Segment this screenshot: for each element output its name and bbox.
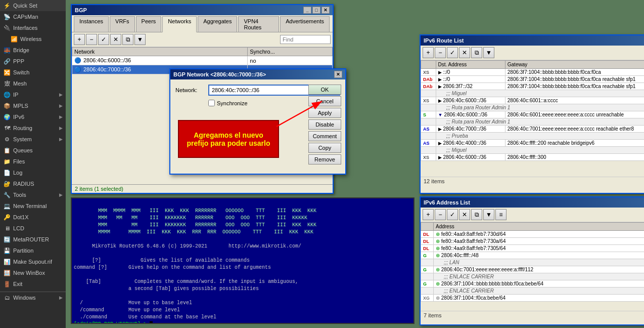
add-button[interactable]: + [74, 34, 85, 45]
sidebar-item-ppp[interactable]: 🔗 PPP [0, 56, 66, 67]
ipv6-filter-button[interactable]: ▼ [483, 47, 494, 58]
addr-titlebar[interactable]: IPv6 Address List _ □ ✕ [421, 197, 644, 208]
addr-remove-button[interactable]: − [435, 209, 446, 220]
dialog-buttons: OK Cancel Apply Disable Comment Copy Rem… [308, 85, 341, 165]
sidebar-item-dot1x[interactable]: 🔑 Dot1X [0, 212, 66, 223]
table-row[interactable]: XS ▶2806:40c:6000::/36 2806:40c:6001::a:… [421, 97, 645, 104]
table-row[interactable]: DL ⊕ fe80::4aa9:8aff:feb7:730d/64 [421, 231, 645, 238]
sidebar-item-wireless[interactable]: 📶 Wireless [0, 33, 66, 45]
disable-button[interactable]: Disable [308, 119, 341, 130]
sidebar-item-log[interactable]: 📄 Log [0, 167, 66, 178]
ipv6-disable-button[interactable]: ✕ [459, 47, 470, 58]
table-row[interactable]: DL ⊕ fe80::4aa9:8aff:feb7:730a/64 [421, 238, 645, 245]
dst-cell: ▶2806:40c:7000::/36 [436, 126, 505, 133]
bgp-maximize-button[interactable]: □ [312, 7, 320, 14]
addr-copy-button[interactable]: ⧉ [471, 209, 482, 220]
sidebar-item-lcd[interactable]: 🖥 LCD [0, 223, 66, 234]
addr-cell: ⊕ 2806:3f7:1004::bbbb:bbbb:bbbb:f0ca:beb… [434, 280, 645, 288]
addr-extra-button[interactable]: ≡ [495, 209, 507, 220]
apply-button[interactable]: Apply [308, 108, 341, 118]
remove-button[interactable]: Remove [308, 154, 341, 165]
sidebar-item-mesh[interactable]: 🕸 Mesh [0, 78, 66, 89]
ipv6-title: IPv6 Route List [424, 37, 464, 44]
tab-vpn4routes[interactable]: VPN4 Routes [238, 16, 279, 32]
table-row[interactable]: S ▼2806:40c:6000::/36 2806:40c:6001:eeee… [421, 111, 645, 118]
disable-button[interactable]: ✕ [110, 34, 121, 45]
tab-vrfs[interactable]: VRFs [110, 16, 135, 32]
sidebar-item-quick-set[interactable]: ⚡ Quick Set [0, 0, 66, 11]
addr-icon: ⊕ [436, 245, 440, 251]
sidebar-item-new-winbox[interactable]: 🪟 New WinBox [0, 267, 66, 278]
sidebar-item-metarouter[interactable]: 🔄 MetaROUTER [0, 234, 66, 245]
copy-button[interactable]: ⧉ [122, 34, 133, 45]
addr-add-button[interactable]: + [423, 209, 434, 220]
sidebar-item-queues[interactable]: 📋 Queues [0, 145, 66, 156]
table-row[interactable]: XS ▶::/0 2806:3f7:1004::bbbb:bbbb:bbbb:f… [421, 69, 645, 76]
sidebar-item-new-terminal[interactable]: 💻 New Terminal [0, 200, 66, 212]
table-row[interactable]: AS ▶2806:40c:7000::/36 2806:40c:7001:eee… [421, 126, 645, 133]
sidebar-item-exit[interactable]: 🚪 Exit [0, 278, 66, 290]
table-row[interactable]: XS ▶2806:40c:6000::/36 2806:40c:ffff::30… [421, 154, 645, 161]
tab-instances[interactable]: Instances [74, 16, 109, 32]
sidebar-item-routing[interactable]: 🗺 Routing ▶ [0, 122, 66, 134]
table-row[interactable]: XG ⊕ 2806:3f7:1004::f0ca:bebe/64 [421, 295, 645, 302]
bgp-minimize-button[interactable]: _ [303, 7, 311, 14]
gw-cell: 2806:3f7:1004::bbbb:bbbb:bbbb:f0ca:f0ca … [505, 83, 644, 90]
ipv6-copy-button[interactable]: ⧉ [471, 47, 482, 58]
addr-filter-button[interactable]: ▼ [483, 209, 494, 220]
tab-networks[interactable]: Networks [162, 16, 197, 32]
ipv6-remove-button[interactable]: − [435, 47, 446, 58]
sidebar-item-tools[interactable]: 🔧 Tools ▶ [0, 189, 66, 200]
table-row[interactable]: G ⊕ 2806:40c:7001:eeee:eeee:eeee:a:ffff/… [421, 266, 645, 273]
tab-peers[interactable]: Peers [136, 16, 162, 32]
ipv6-add-button[interactable]: + [423, 47, 434, 58]
sidebar-item-partition[interactable]: 💾 Partition [0, 245, 66, 256]
addr-disable-button[interactable]: ✕ [459, 209, 470, 220]
copy-button[interactable]: Copy [308, 143, 341, 153]
addr-icon: ⊕ [436, 238, 440, 244]
filter-button[interactable]: ▼ [134, 34, 146, 45]
sidebar-item-bridge[interactable]: 🌉 Bridge [0, 45, 66, 56]
terminal[interactable]: MMM MMMM MMM III KKK KKK RRRRRRR OOOOOO … [71, 197, 415, 324]
bgp-close-button[interactable]: ✕ [321, 7, 330, 14]
bgp-titlebar[interactable]: BGP _ □ ✕ [72, 5, 333, 15]
table-row[interactable]: DL ⊕ fe80::4aa9:8aff:feb7:7305/64 [421, 245, 645, 252]
radius-icon: 🔐 [3, 180, 11, 188]
table-row[interactable]: G ⊕ 2806:40c:ffff::/48 [421, 252, 645, 259]
dialog-close-button[interactable]: ✕ [334, 71, 342, 78]
bgp-find-input[interactable] [280, 35, 331, 44]
cancel-button[interactable]: Cancel [308, 96, 341, 106]
ipv6-icon: 🌍 [3, 113, 11, 121]
sidebar-item-mpls[interactable]: 📦 MPLS ▶ [0, 100, 66, 111]
sidebar-item-label: MPLS [13, 103, 28, 109]
synchronize-checkbox[interactable] [208, 100, 215, 106]
flag-cell: AS [423, 141, 430, 146]
sidebar-item-files[interactable]: 📁 Files [0, 156, 66, 167]
sidebar-item-windows[interactable]: 🗂 Windows ▶ [0, 292, 66, 303]
dialog-titlebar[interactable]: BGP Network <2806:40c:7000::/36> ✕ [170, 69, 345, 79]
addr-enable-button[interactable]: ✓ [447, 209, 458, 220]
remove-button[interactable]: − [86, 34, 97, 45]
sidebar-item-radius[interactable]: 🔐 RADIUS [0, 178, 66, 189]
table-row[interactable]: G ⊕ 2806:3f7:1004::bbbb:bbbb:bbbb:f0ca:b… [421, 280, 645, 288]
table-row[interactable]: 🔵2806:40c:6000::/36 no [72, 56, 333, 65]
sidebar-item-switch[interactable]: 🔀 Switch [0, 67, 66, 78]
sidebar-item-make-supout[interactable]: 📊 Make Supout.rif [0, 256, 66, 267]
sidebar-item-ipv6[interactable]: 🌍 IPv6 ▶ [0, 111, 66, 122]
ok-button[interactable]: OK [308, 85, 341, 95]
table-row[interactable]: DAb ▶2806:3f7::/32 2806:3f7:1004::bbbb:b… [421, 83, 645, 90]
comment-button[interactable]: Comment [308, 131, 341, 141]
sidebar-item-label: Make Supout.rif [13, 259, 52, 265]
sidebar-item-interfaces[interactable]: 🔌 Interfaces [0, 22, 66, 33]
sidebar-item-system[interactable]: ⚙ System ▶ [0, 134, 66, 145]
ipv6-titlebar[interactable]: IPv6 Route List _ □ ✕ [421, 35, 644, 46]
table-row[interactable]: AS ▶2806:40c:4000::/36 2806:40c:ffff::20… [421, 140, 645, 147]
routing-icon: 🗺 [3, 124, 11, 132]
enable-button[interactable]: ✓ [98, 34, 109, 45]
sidebar-item-ip[interactable]: 🌐 IP ▶ [0, 89, 66, 100]
sidebar-item-capsman[interactable]: 📡 CAPsMan [0, 11, 66, 22]
table-row[interactable]: DAb ▶::/0 2806:3f7:1004::bbbb:bbbb:bbbb:… [421, 76, 645, 83]
tab-aggregates[interactable]: Aggregates [198, 16, 237, 32]
tab-advertisements[interactable]: Advertisements [280, 16, 330, 32]
ipv6-enable-button[interactable]: ✓ [447, 47, 458, 58]
